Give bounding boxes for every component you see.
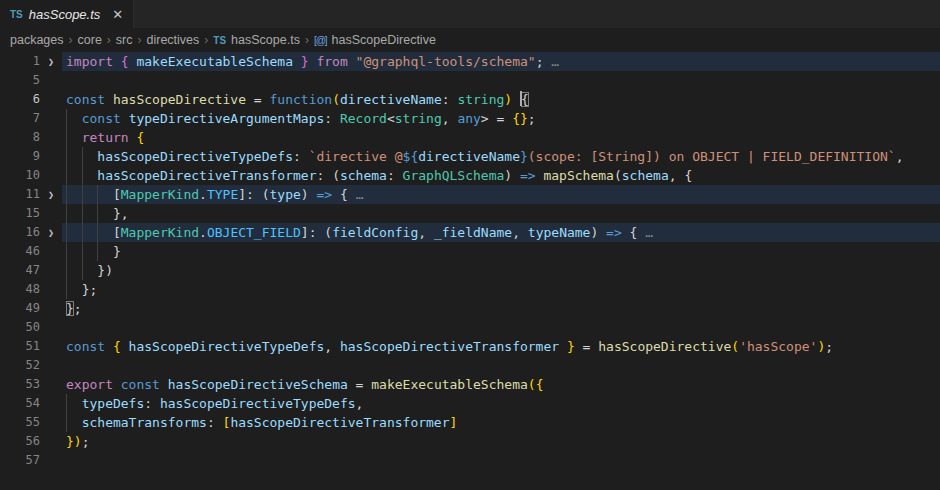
code-content[interactable]: const hasScopeDirective = function(direc…: [62, 90, 940, 109]
code-token: string: [395, 111, 442, 126]
folded-code-ellipsis[interactable]: …: [637, 225, 653, 240]
code-token: fieldConfig: [332, 225, 418, 240]
fold-chevron-icon[interactable]: ❯: [40, 52, 62, 71]
code-token: ;: [82, 434, 90, 449]
line-number: 51: [0, 337, 40, 356]
indent-guide: [97, 204, 98, 223]
text-cursor: [520, 91, 522, 106]
code-token: }): [97, 263, 113, 278]
gutter: 49: [0, 299, 62, 318]
code-token: return: [82, 130, 137, 145]
code-content[interactable]: });: [62, 432, 940, 451]
code-token: {}: [512, 111, 528, 126]
code-area[interactable]: 1❯import { makeExecutableSchema } from "…: [0, 52, 940, 470]
breadcrumb-item-core[interactable]: core: [78, 33, 102, 47]
code-token: hasScopeDirective: [113, 92, 246, 107]
code-content[interactable]: hasScopeDirectiveTransformer: (schema: G…: [62, 166, 940, 185]
tab-hasscope[interactable]: TS hasScope.ts ✕: [0, 0, 134, 28]
code-token: {: [521, 92, 529, 107]
code-token: .: [199, 187, 207, 202]
code-content[interactable]: [62, 356, 940, 375]
code-token: (: [614, 168, 622, 183]
code-content[interactable]: const { hasScopeDirectiveTypeDefs, hasSc…: [62, 337, 940, 356]
indent-guide: [66, 223, 67, 242]
code-line: 56});: [0, 432, 940, 451]
code-content[interactable]: [62, 318, 940, 337]
code-content[interactable]: typeDefs: hasScopeDirectiveTypeDefs,: [62, 394, 940, 413]
fold-chevron-icon[interactable]: ❯: [40, 185, 62, 204]
code-token: [512, 92, 520, 107]
code-content[interactable]: export const hasScopeDirectiveSchema = m…: [62, 375, 940, 394]
breadcrumb-separator: ›: [204, 33, 208, 47]
code-content[interactable]: [MapperKind.TYPE]: (type) => { …: [62, 185, 940, 204]
code-line: 57: [0, 451, 940, 470]
gutter: 47: [0, 261, 62, 280]
code-content[interactable]: }): [62, 261, 940, 280]
code-token: =: [246, 92, 269, 107]
breadcrumb-item-directives[interactable]: directives: [147, 33, 200, 47]
code-token: :: [293, 149, 309, 164]
indent-guide: [82, 147, 83, 166]
fold-chevron-icon: [40, 166, 62, 185]
code-line: 52: [0, 356, 940, 375]
breadcrumb-item-src[interactable]: src: [116, 33, 133, 47]
code-token: hasScopeDirectiveTypeDefs: [97, 149, 293, 164]
code-content[interactable]: import { makeExecutableSchema } from "@g…: [62, 52, 940, 71]
code-line: 46}: [0, 242, 940, 261]
code-content[interactable]: [MapperKind.OBJECT_FIELD]: (fieldConfig,…: [62, 223, 940, 242]
line-number: 11: [0, 185, 40, 204]
code-token: from: [309, 54, 356, 69]
code-content[interactable]: [62, 451, 940, 470]
code-content[interactable]: },: [62, 204, 940, 223]
fold-chevron-icon: [40, 394, 62, 413]
folded-code-ellipsis[interactable]: …: [348, 187, 364, 202]
code-token: MapperKind: [121, 225, 199, 240]
breadcrumb-item-packages[interactable]: packages: [10, 33, 64, 47]
fold-chevron-icon: [40, 375, 62, 394]
gutter: 7: [0, 109, 62, 128]
code-token: [: [113, 225, 121, 240]
folded-code-ellipsis[interactable]: …: [543, 54, 559, 69]
gutter: 51: [0, 337, 62, 356]
line-number: 55: [0, 413, 40, 432]
code-line: 9hasScopeDirectiveTypeDefs: `directive @…: [0, 147, 940, 166]
breadcrumb-label: hasScope.ts: [231, 33, 300, 47]
gutter: 52: [0, 356, 62, 375]
indent-guide: [66, 166, 67, 185]
code-content[interactable]: };: [62, 299, 940, 318]
typescript-file-icon: TS: [10, 9, 23, 20]
code-token: hasScopeDirectiveTransformer: [97, 168, 316, 183]
code-line: 51const { hasScopeDirectiveTypeDefs, has…: [0, 337, 940, 356]
code-content[interactable]: [62, 71, 940, 90]
fold-chevron-icon[interactable]: ❯: [40, 223, 62, 242]
code-content[interactable]: return {: [62, 128, 940, 147]
code-token: OBJECT_FIELD: [207, 225, 301, 240]
code-content[interactable]: schemaTransforms: [hasScopeDirectiveTran…: [62, 413, 940, 432]
code-token: :: [246, 187, 262, 202]
close-tab-icon[interactable]: ✕: [112, 7, 123, 22]
breadcrumb-item-hasscope-ts[interactable]: TShasScope.ts: [213, 33, 300, 47]
line-number: 6: [0, 90, 40, 109]
code-content[interactable]: }: [62, 242, 940, 261]
tab-bar: TS hasScope.ts ✕: [0, 0, 940, 28]
code-token: =>: [598, 225, 629, 240]
code-token: (scope: [String]) on OBJECT | FIELD_DEFI…: [528, 149, 896, 164]
line-number: 48: [0, 280, 40, 299]
code-line: 10hasScopeDirectiveTransformer: (schema:…: [0, 166, 940, 185]
code-token: };: [82, 282, 98, 297]
code-token: ]: [238, 187, 246, 202]
code-line: 50: [0, 318, 940, 337]
fold-chevron-icon: [40, 432, 62, 451]
code-content[interactable]: };: [62, 280, 940, 299]
breadcrumb-item-hasscopedirective[interactable]: [@]hasScopeDirective: [314, 33, 436, 47]
code-token: MapperKind: [121, 187, 199, 202]
code-token: :: [387, 168, 403, 183]
code-line: 6const hasScopeDirective = function(dire…: [0, 90, 940, 109]
code-line: 1❯import { makeExecutableSchema } from "…: [0, 52, 940, 71]
fold-chevron-icon: [40, 71, 62, 90]
breadcrumb-label: directives: [147, 33, 200, 47]
indent-guide: [66, 261, 67, 280]
code-content[interactable]: const typeDirectiveArgumentMaps: Record<…: [62, 109, 940, 128]
typescript-file-icon: TS: [213, 35, 226, 46]
code-content[interactable]: hasScopeDirectiveTypeDefs: `directive @$…: [62, 147, 940, 166]
